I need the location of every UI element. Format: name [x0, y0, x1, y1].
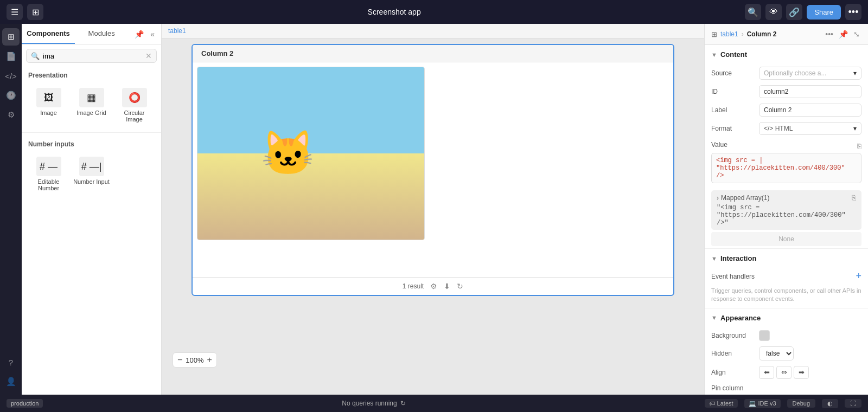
id-value	[759, 85, 861, 98]
component-item-number-input[interactable]: # —| Number Input	[71, 152, 112, 196]
breadcrumb-more-icon[interactable]: •••	[824, 28, 835, 40]
right-panel: ⊞ table1 › Column 2 ••• 📌 ⤡ ▼ Content So…	[704, 24, 868, 395]
nav-components-icon[interactable]: ⊞	[2, 28, 20, 46]
bottom-bar: production No queries running ↻ 🏷 Latest…	[0, 395, 868, 412]
filter-icon[interactable]: ⚙	[430, 282, 437, 291]
grid-view-icon[interactable]: ⊞	[27, 4, 43, 20]
panel-section-interaction: ▼ Interaction Event handlers + Trigger q…	[705, 249, 868, 308]
align-right-button[interactable]: ➡	[794, 366, 809, 379]
nav-account-icon[interactable]: 👤	[2, 373, 20, 390]
breadcrumb-bar: ⊞ table1 › Column 2 ••• 📌 ⤡	[705, 24, 868, 45]
search-clear-button[interactable]: ✕	[145, 52, 152, 60]
copy-value-button[interactable]: ⎘	[857, 142, 861, 150]
format-label: Format	[711, 125, 755, 132]
zoom-level: 100%	[186, 356, 203, 364]
number-input-label: Number Input	[73, 178, 110, 185]
nav-help-icon[interactable]: ?	[2, 353, 20, 371]
pin-icon[interactable]: 📌	[132, 28, 146, 41]
format-select[interactable]: </> HTML ▾	[759, 122, 861, 135]
none-label: None	[778, 235, 794, 243]
interaction-section-header[interactable]: ▼ Interaction	[705, 249, 868, 268]
zoom-in-button[interactable]: +	[207, 355, 212, 365]
search-input[interactable]	[43, 52, 142, 60]
search-icon[interactable]: 🔍	[745, 4, 761, 20]
value-label: Value	[711, 141, 727, 149]
sidebar-tabs: Components Modules 📌 «	[22, 24, 161, 44]
number-input-icon: # —|	[79, 157, 104, 176]
background-row: Background	[705, 327, 868, 344]
fullscreen-button[interactable]: ⛶	[845, 399, 861, 408]
hidden-value: false true	[759, 346, 861, 360]
canvas-image-wrapper	[197, 67, 425, 240]
canvas-breadcrumb: table1	[162, 24, 704, 38]
nav-settings-icon[interactable]: ⚙	[2, 106, 20, 124]
component-grid-numbers: # — Editable Number # —| Number Input	[22, 150, 161, 198]
app-title: Screenshot app	[368, 8, 421, 16]
panel-section-content: ▼ Content Source Optionally choose a... …	[705, 45, 868, 249]
canvas-breadcrumb-table[interactable]: table1	[168, 27, 186, 35]
canvas-footer: 1 result ⚙ ⬇ ↻	[193, 277, 673, 295]
format-dropdown-icon: ▾	[853, 125, 857, 132]
menu-icon[interactable]: ☰	[7, 4, 23, 20]
format-value-label: </> HTML	[764, 125, 793, 132]
tab-components[interactable]: Components	[22, 24, 75, 44]
main-layout: ⊞ 📄 </> 🕐 ⚙ ? 👤 Components Modules 📌 « 🔍…	[0, 24, 868, 395]
mapped-array-value: "<img src = "https://placekitten.com/400…	[717, 204, 856, 227]
tag-icon: 🏷	[709, 400, 715, 407]
env-badge[interactable]: production	[7, 399, 43, 408]
breadcrumb-expand-icon[interactable]: ⤡	[852, 28, 861, 40]
format-value: </> HTML ▾	[759, 122, 861, 135]
component-item-image-grid[interactable]: ▦ Image Grid	[71, 83, 112, 127]
tab-modules[interactable]: Modules	[75, 24, 128, 44]
link-icon[interactable]: 🔗	[786, 4, 802, 20]
content-section-header[interactable]: ▼ Content	[705, 45, 868, 64]
section-presentation-label: Presentation	[22, 67, 161, 81]
ide-badge: 💻 IDE v3	[744, 399, 781, 408]
collapse-sidebar-icon[interactable]: «	[148, 28, 157, 41]
nav-code-icon[interactable]: </>	[2, 67, 20, 85]
breadcrumb-pin-icon[interactable]: 📌	[837, 28, 850, 40]
image-component-label: Image	[40, 110, 57, 116]
breadcrumb-parent[interactable]: table1	[720, 30, 738, 38]
value-textarea[interactable]: <img src = | "https://placekitten.com/40…	[711, 153, 861, 183]
preview-icon[interactable]: 👁	[765, 4, 782, 20]
nav-pages-icon[interactable]: 📄	[2, 48, 20, 65]
label-input[interactable]	[759, 104, 861, 117]
circular-image-component-icon: ⭕	[122, 88, 147, 107]
source-row: Source Optionally choose a... ▾	[705, 64, 868, 82]
canvas-table: Column 2 1 result ⚙ ⬇ ↻	[192, 44, 674, 296]
mapped-array-header: › Mapped Array(1) ⎘	[717, 194, 856, 202]
id-input[interactable]	[759, 85, 861, 98]
event-handlers-row: Event handlers +	[705, 268, 868, 285]
component-item-image[interactable]: 🖼 Image	[28, 83, 69, 127]
canvas-area: table1 Column 2 1 result ⚙ ⬇ ↻	[162, 24, 704, 395]
source-select[interactable]: Optionally choose a... ▾	[759, 67, 861, 80]
table-icon: ⊞	[711, 30, 717, 38]
value-section: Value ⎘ <img src = | "https://placekitte…	[705, 138, 868, 188]
debug-button[interactable]: Debug	[787, 399, 815, 408]
breadcrumb-actions: ••• 📌 ⤡	[824, 28, 861, 40]
more-options-icon[interactable]: •••	[845, 4, 861, 20]
add-event-button[interactable]: +	[856, 271, 861, 282]
appearance-section-header[interactable]: ▼ Appearance	[705, 308, 868, 327]
canvas-kitten-image	[197, 67, 424, 240]
component-item-circular-image[interactable]: ⭕ Circular Image	[114, 83, 155, 127]
component-item-editable-number[interactable]: # — Editable Number	[28, 152, 69, 196]
refresh-queries-icon: ↻	[400, 400, 406, 407]
refresh-icon[interactable]: ↻	[457, 282, 463, 291]
hidden-select[interactable]: false true	[759, 346, 794, 360]
zoom-out-button[interactable]: −	[177, 355, 182, 365]
mapped-array-copy-button[interactable]: ⎘	[852, 194, 856, 202]
nav-history-icon[interactable]: 🕐	[2, 87, 20, 104]
background-color-swatch[interactable]	[759, 330, 770, 341]
panel-section-appearance: ▼ Appearance Background Hidden false tru…	[705, 308, 868, 395]
align-center-button[interactable]: ⇔	[776, 366, 792, 379]
align-left-button[interactable]: ⬅	[759, 366, 774, 379]
download-icon[interactable]: ⬇	[444, 282, 450, 291]
component-grid-presentation: 🖼 Image ▦ Image Grid ⭕ Circular Image	[22, 81, 161, 129]
breadcrumb: ⊞ table1 › Column 2	[711, 30, 776, 38]
share-button[interactable]: Share	[807, 5, 841, 20]
image-component-icon: 🖼	[36, 88, 61, 107]
mapped-array-row: › Mapped Array(1) ⎘ "<img src = "https:/…	[711, 190, 861, 230]
toggle-button[interactable]: ◐	[822, 399, 838, 408]
